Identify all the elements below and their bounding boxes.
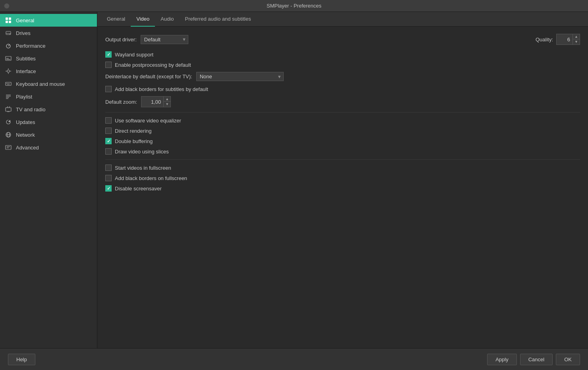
software-eq-checkbox[interactable] xyxy=(105,117,112,124)
deinterlace-row: Deinterlace by default (except for TV): … xyxy=(105,72,580,81)
default-zoom-label: Default zoom: xyxy=(105,99,137,105)
bottom-bar-right: Apply Cancel OK xyxy=(487,354,580,365)
wayland-checkbox[interactable] xyxy=(105,51,112,58)
tab-audio[interactable]: Audio xyxy=(155,12,179,27)
sidebar-item-advanced[interactable]: Advanced xyxy=(0,141,97,154)
deinterlace-label: Deinterlace by default (except for TV): xyxy=(105,74,192,79)
draw-slices-checkbox[interactable] xyxy=(105,148,112,155)
tab-video[interactable]: Video xyxy=(131,12,155,27)
zoom-spinbox-buttons: ▲ ▼ xyxy=(163,97,170,107)
sidebar-item-general[interactable]: General xyxy=(0,14,97,27)
sidebar-item-keyboard[interactable]: Keyboard and mouse xyxy=(0,77,97,90)
wayland-label: Wayland support xyxy=(115,52,153,58)
svg-rect-17 xyxy=(6,82,11,85)
postprocessing-label: Enable postprocessing by default xyxy=(115,62,191,68)
bottom-bar: Help Apply Cancel OK xyxy=(0,348,588,370)
black-borders-subtitles-row[interactable]: Add black borders for subtitles by defau… xyxy=(105,86,580,92)
svg-rect-1 xyxy=(9,17,11,20)
sidebar-item-tv-radio[interactable]: TV and radio xyxy=(0,103,97,116)
sidebar-label-advanced: Advanced xyxy=(16,145,39,151)
disable-screensaver-checkbox[interactable] xyxy=(105,185,112,192)
svg-point-12 xyxy=(7,70,10,72)
updates-icon xyxy=(5,118,12,126)
tab-preferred[interactable]: Preferred audio and subtitles xyxy=(180,12,257,27)
start-fullscreen-label: Start videos in fullscreen xyxy=(115,165,171,171)
sidebar-item-interface[interactable]: Interface xyxy=(0,65,97,77)
main-content: General Drives Performance xyxy=(0,12,588,348)
draw-slices-label: Draw video using slices xyxy=(115,149,169,155)
direct-rendering-label: Direct rendering xyxy=(115,128,152,134)
postprocessing-checkbox[interactable] xyxy=(105,62,112,68)
sidebar-item-drives[interactable]: Drives xyxy=(0,27,97,39)
output-driver-label: Output driver: xyxy=(105,37,137,43)
sidebar-label-keyboard: Keyboard and mouse xyxy=(16,81,65,87)
close-button[interactable] xyxy=(4,3,10,9)
sidebar-label-network: Network xyxy=(16,132,35,138)
black-borders-fullscreen-checkbox[interactable] xyxy=(105,175,112,181)
start-fullscreen-row[interactable]: Start videos in fullscreen xyxy=(105,165,580,171)
content-area: Output driver: Default xv x11 vdpau vaap… xyxy=(97,27,588,348)
cancel-button[interactable]: Cancel xyxy=(520,354,553,365)
bottom-bar-left: Help xyxy=(8,354,487,365)
svg-rect-2 xyxy=(6,21,8,23)
sidebar-label-general: General xyxy=(16,17,34,23)
deinterlace-wrapper: None L5 Yadif Yadif (2x) Linear blend Ke… xyxy=(196,72,284,81)
double-buffering-checkbox[interactable] xyxy=(105,138,112,144)
drive-icon xyxy=(5,29,12,37)
black-borders-subtitles-label: Add black borders for subtitles by defau… xyxy=(115,86,208,92)
help-button[interactable]: Help xyxy=(8,354,35,365)
start-fullscreen-checkbox[interactable] xyxy=(105,165,112,171)
zoom-down-button[interactable]: ▼ xyxy=(164,102,170,107)
sidebar-item-performance[interactable]: Performance xyxy=(0,39,97,52)
sidebar-label-drives: Drives xyxy=(16,30,31,36)
quality-up-button[interactable]: ▲ xyxy=(573,34,580,39)
disable-screensaver-label: Disable screensaver xyxy=(115,186,162,192)
software-eq-row[interactable]: Use software video equalizer xyxy=(105,117,580,124)
output-driver-row: Output driver: Default xv x11 vdpau vaap… xyxy=(105,34,580,45)
sidebar-item-network[interactable]: Network xyxy=(0,128,97,141)
quality-row: Quality: ▲ ▼ xyxy=(536,34,580,45)
svg-point-6 xyxy=(10,34,10,35)
quality-spinbox: ▲ ▼ xyxy=(556,34,580,45)
wayland-row[interactable]: Wayland support xyxy=(105,51,580,58)
output-driver-select[interactable]: Default xv x11 vdpau vaapi opengl xyxy=(141,35,188,44)
playlist-icon xyxy=(5,93,12,100)
output-driver-wrapper: Default xv x11 vdpau vaapi opengl ▼ xyxy=(141,35,188,44)
default-zoom-row: Default zoom: ▲ ▼ xyxy=(105,96,580,107)
direct-rendering-checkbox[interactable] xyxy=(105,128,112,134)
quality-label: Quality: xyxy=(536,37,553,43)
deinterlace-select[interactable]: None L5 Yadif Yadif (2x) Linear blend Ke… xyxy=(196,72,284,81)
keyboard-icon xyxy=(5,80,12,87)
black-borders-subtitles-checkbox[interactable] xyxy=(105,86,112,92)
divider-1 xyxy=(105,112,580,112)
svg-rect-26 xyxy=(6,108,11,111)
disable-screensaver-row[interactable]: Disable screensaver xyxy=(105,185,580,192)
zoom-up-button[interactable]: ▲ xyxy=(164,97,170,102)
sidebar-item-updates[interactable]: Updates xyxy=(0,116,97,128)
zoom-spinbox: ▲ ▼ xyxy=(141,96,171,107)
sidebar-item-playlist[interactable]: Playlist xyxy=(0,90,97,103)
svg-rect-3 xyxy=(9,21,11,23)
ok-button[interactable]: OK xyxy=(556,354,580,365)
double-buffering-label: Double buffering xyxy=(115,138,153,144)
tabs-bar: General Video Audio Preferred audio and … xyxy=(97,12,588,27)
double-buffering-row[interactable]: Double buffering xyxy=(105,138,580,144)
interface-icon xyxy=(5,68,12,75)
svg-line-8 xyxy=(8,45,10,46)
sidebar-label-playlist: Playlist xyxy=(16,94,32,100)
tab-general[interactable]: General xyxy=(101,12,131,27)
black-borders-fullscreen-row[interactable]: Add black borders on fullscreen xyxy=(105,175,580,181)
draw-slices-row[interactable]: Draw video using slices xyxy=(105,148,580,155)
grid-icon xyxy=(5,17,12,24)
svg-rect-33 xyxy=(6,145,11,149)
zoom-input[interactable] xyxy=(141,98,163,106)
subtitles-icon xyxy=(5,55,12,62)
direct-rendering-row[interactable]: Direct rendering xyxy=(105,128,580,134)
sidebar-label-updates: Updates xyxy=(16,119,35,125)
quality-spinbox-buttons: ▲ ▼ xyxy=(573,34,580,45)
quality-down-button[interactable]: ▼ xyxy=(573,39,580,45)
apply-button[interactable]: Apply xyxy=(487,354,517,365)
postprocessing-row[interactable]: Enable postprocessing by default xyxy=(105,62,580,68)
sidebar-item-subtitles[interactable]: Subtitles xyxy=(0,52,97,65)
quality-input[interactable] xyxy=(557,35,573,44)
